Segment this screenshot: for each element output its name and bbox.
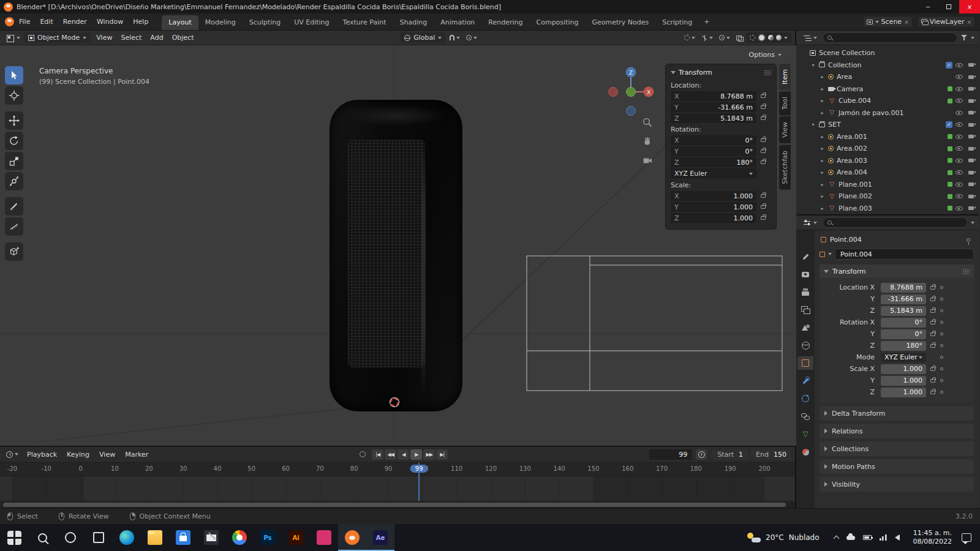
disable-in-renders-icon[interactable] <box>968 63 974 67</box>
rotation-mode-dropdown[interactable]: XYZ Euler <box>671 168 756 179</box>
lock-icon[interactable] <box>761 138 766 142</box>
taskbar-app-button[interactable] <box>169 524 197 551</box>
taskbar-clock[interactable]: 11:45 a. m. 08/08/2022 <box>906 524 959 551</box>
workspace-tab[interactable]: Geometry Nodes <box>585 15 655 30</box>
expand-caret-icon[interactable]: ▾ <box>810 62 816 68</box>
workspace-tab[interactable]: UV Editing <box>287 15 336 30</box>
lock-icon[interactable] <box>761 216 766 220</box>
properties-tab[interactable] <box>797 303 813 317</box>
disable-in-renders-icon[interactable] <box>968 182 974 186</box>
scale-field[interactable]: Z1.000 <box>671 213 771 223</box>
disable-in-renders-icon[interactable] <box>968 206 974 210</box>
tool-select-box-button[interactable] <box>5 66 23 84</box>
properties-search[interactable] <box>823 217 968 228</box>
taskbar-app-button[interactable] <box>310 524 338 551</box>
object-visibility-dropdown[interactable] <box>682 34 698 42</box>
expand-caret-icon[interactable]: ▸ <box>820 182 825 187</box>
disable-in-renders-icon[interactable] <box>968 111 974 114</box>
property-field[interactable]: 1.000 <box>881 376 926 386</box>
outliner-search[interactable] <box>823 32 957 43</box>
taskbar-app-button[interactable] <box>28 524 56 551</box>
outliner-row[interactable]: ▸ Area.003 <box>797 155 978 167</box>
transform-property-row[interactable]: Z 1.000 <box>822 386 971 398</box>
hide-in-viewport-icon[interactable] <box>956 75 963 79</box>
workspace-tab[interactable]: Sculpting <box>243 15 287 30</box>
tool-annotate-button[interactable] <box>5 197 23 216</box>
property-field[interactable]: 8.7688 m <box>881 283 926 293</box>
collapse-icon[interactable] <box>671 71 676 74</box>
chevron-down-icon[interactable] <box>828 253 832 255</box>
lock-icon[interactable] <box>930 391 935 394</box>
outliner-row[interactable]: ▸ Camera <box>797 83 978 96</box>
timeline-scrollbar[interactable] <box>0 501 795 508</box>
filter-icon[interactable] <box>960 34 968 41</box>
shading-material-icon[interactable] <box>768 35 774 40</box>
taskbar-app-button[interactable] <box>141 524 169 551</box>
transform-section-header[interactable]: Transform <box>820 264 974 278</box>
animate-dot-icon[interactable] <box>940 379 943 382</box>
outliner-row[interactable]: ▸ Cube.004 <box>797 95 978 107</box>
play-reverse-button[interactable]: ◀ <box>398 449 409 460</box>
expand-caret-icon[interactable]: ▸ <box>820 170 825 175</box>
disable-in-renders-icon[interactable] <box>968 171 974 174</box>
lock-icon[interactable] <box>930 367 935 371</box>
taskbar-app-button[interactable]: Ae <box>366 524 394 551</box>
disable-in-renders-icon[interactable] <box>968 99 974 103</box>
transform-property-row[interactable]: Y 0° <box>822 328 971 340</box>
lock-icon[interactable] <box>930 309 935 313</box>
animate-dot-icon[interactable] <box>940 391 943 394</box>
lock-icon[interactable] <box>930 321 935 324</box>
outliner-row[interactable]: ▸ Area.001 <box>797 131 978 143</box>
taskbar-app-button[interactable] <box>56 524 85 551</box>
options-button[interactable]: Options <box>745 49 785 61</box>
property-field[interactable]: 180° <box>881 341 926 351</box>
property-field[interactable]: 1.000 <box>881 388 926 397</box>
outliner-row[interactable]: Scene Collection <box>797 47 978 59</box>
collection-checkbox[interactable] <box>946 62 952 69</box>
rotation-field[interactable]: X0° <box>671 135 771 145</box>
properties-tab[interactable] <box>797 374 813 388</box>
animate-dot-icon[interactable] <box>940 356 943 359</box>
tool-move-button[interactable] <box>5 111 23 130</box>
rotation-field[interactable]: Y0° <box>671 146 771 156</box>
sidebar-tab[interactable]: Sketchfab <box>779 145 791 190</box>
timeline-strip[interactable]: -20-100102030405060708090100110120130140… <box>0 463 795 501</box>
close-button[interactable]: × <box>959 0 980 13</box>
menu-item[interactable]: File <box>14 16 35 28</box>
transform-property-row[interactable]: Scale X 1.000 <box>822 363 971 375</box>
timeline-editor-type-button[interactable] <box>4 450 21 459</box>
properties-tab[interactable] <box>797 427 813 441</box>
lock-icon[interactable] <box>761 149 766 153</box>
minimize-button[interactable]: ─ <box>918 0 938 13</box>
animate-dot-icon[interactable] <box>940 321 943 324</box>
show-overlays-toggle[interactable] <box>717 34 733 42</box>
prev-keyframe-button[interactable]: ◀◀ <box>385 449 396 460</box>
viewport-menu-item[interactable]: View <box>92 32 116 43</box>
taskbar-app-button[interactable] <box>338 524 366 551</box>
sidebar-tab[interactable]: View <box>779 116 791 143</box>
disable-in-renders-icon[interactable] <box>968 195 974 198</box>
timeline-menu-item[interactable]: Keying <box>62 449 94 460</box>
taskbar-app-button[interactable] <box>197 524 225 551</box>
transform-property-row[interactable]: Mode XYZ Euler <box>822 351 971 363</box>
animate-dot-icon[interactable] <box>940 367 943 370</box>
taskbar-weather[interactable]: 20°C Nublado <box>739 524 828 551</box>
timeline-track-area[interactable] <box>0 476 795 501</box>
properties-search-input[interactable] <box>835 219 963 227</box>
disable-in-renders-icon[interactable] <box>968 87 974 91</box>
lock-icon[interactable] <box>761 205 766 209</box>
timeline-ruler[interactable]: -20-100102030405060708090100110120130140… <box>0 463 795 476</box>
xray-toggle[interactable] <box>734 34 745 42</box>
properties-tab[interactable] <box>797 445 813 459</box>
transform-property-row[interactable]: Location X 8.7688 m <box>822 282 971 293</box>
scale-field[interactable]: X1.000 <box>671 191 771 201</box>
location-field[interactable]: Y-31.666 m <box>671 102 771 112</box>
chevron-down-icon[interactable] <box>971 222 974 224</box>
properties-section[interactable]: Motion Paths <box>820 459 974 474</box>
lock-icon[interactable] <box>930 379 935 383</box>
properties-tab[interactable] <box>797 392 813 405</box>
shading-rendered-icon[interactable] <box>776 35 782 40</box>
animate-dot-icon[interactable] <box>940 344 943 347</box>
proportional-edit-toggle[interactable] <box>464 34 480 42</box>
workspace-tab[interactable]: Scripting <box>655 15 699 30</box>
